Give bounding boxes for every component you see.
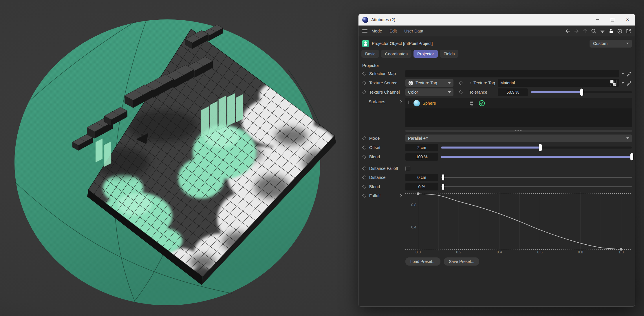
menu-user-data[interactable]: User Data bbox=[404, 29, 423, 33]
chevron-down-icon[interactable] bbox=[622, 82, 624, 84]
expand-chevron-icon[interactable] bbox=[398, 194, 402, 197]
texture-source-dropdown[interactable]: Texture Tag bbox=[405, 79, 453, 87]
curve-point-handle[interactable] bbox=[417, 192, 420, 195]
enabled-check-icon[interactable] bbox=[478, 100, 485, 107]
tab-basic[interactable]: Basic bbox=[361, 50, 379, 58]
surfaces-list[interactable]: Sphere bbox=[405, 98, 632, 127]
distance-falloff-label: Distance Falloff bbox=[369, 166, 398, 171]
distance-slider[interactable] bbox=[441, 174, 632, 181]
blend-field[interactable]: 100 % bbox=[405, 153, 438, 161]
target-icon[interactable] bbox=[617, 28, 623, 34]
tab-bar: Basic Coordinates Projector Fields bbox=[361, 50, 635, 58]
chevron-down-icon bbox=[448, 82, 451, 84]
close-button[interactable]: ✕ bbox=[620, 14, 635, 26]
texture-channel-value: Color bbox=[408, 90, 418, 95]
slider-handle[interactable] bbox=[580, 89, 583, 96]
texture-tag-field[interactable]: Material bbox=[498, 79, 619, 87]
diamond-icon bbox=[362, 90, 366, 94]
menu-mode[interactable]: Mode bbox=[372, 29, 382, 33]
preset-dropdown-value: Custom bbox=[590, 41, 608, 46]
material-thumbnail[interactable] bbox=[610, 80, 616, 86]
tab-fields[interactable]: Fields bbox=[440, 50, 459, 58]
list-item[interactable]: Sphere bbox=[405, 98, 632, 108]
menu-edit[interactable]: Edit bbox=[389, 29, 397, 33]
x-tick-label: 0.8 bbox=[578, 250, 583, 254]
slider-handle[interactable] bbox=[539, 144, 542, 151]
diamond-icon bbox=[362, 155, 366, 159]
expand-chevron-icon[interactable] bbox=[398, 100, 402, 103]
up-arrow-icon[interactable] bbox=[582, 28, 588, 34]
lock-icon[interactable] bbox=[608, 28, 614, 34]
slider-handle[interactable] bbox=[442, 184, 444, 190]
offset-label: Offset bbox=[369, 145, 380, 150]
texture-tag-label: Texture Tag bbox=[473, 81, 495, 85]
x-tick-label: 1.0 bbox=[619, 250, 624, 254]
diamond-icon bbox=[459, 90, 463, 94]
minimize-button[interactable] bbox=[590, 14, 605, 26]
panel-menubar: Mode Edit User Data bbox=[358, 26, 635, 37]
save-preset-button[interactable]: Save Preset... bbox=[444, 257, 479, 266]
falloff-curve-graph[interactable]: 0.00.20.40.60.81.00.80.4 bbox=[405, 192, 632, 255]
texture-channel-label: Texture Channel bbox=[369, 90, 400, 95]
tolerance-slider[interactable] bbox=[531, 88, 632, 96]
selection-map-field[interactable] bbox=[405, 70, 619, 77]
maximize-button[interactable] bbox=[605, 14, 620, 26]
preset-dropdown[interactable]: Custom bbox=[590, 40, 632, 48]
distance-field[interactable]: 0 cm bbox=[405, 174, 438, 181]
eyedropper-icon[interactable] bbox=[626, 71, 632, 77]
y-tick-label: 0.8 bbox=[411, 203, 416, 207]
back-arrow-icon[interactable] bbox=[565, 28, 571, 34]
diamond-icon bbox=[362, 166, 366, 170]
falloff-label: Falloff bbox=[369, 193, 380, 198]
offset-field[interactable]: 2 cm bbox=[405, 144, 438, 151]
window-titlebar[interactable]: Attributes (2) ✕ bbox=[358, 14, 635, 26]
filter-icon[interactable] bbox=[599, 28, 605, 34]
tolerance-field[interactable]: 50.9 % bbox=[498, 88, 528, 96]
diamond-icon bbox=[362, 194, 366, 198]
attributes-body: Projector Object [mtPointProject] Custom… bbox=[358, 37, 635, 306]
tree-elbow-icon bbox=[408, 101, 412, 104]
offset-slider[interactable] bbox=[441, 144, 632, 151]
diamond-icon bbox=[362, 185, 366, 189]
open-new-window-icon[interactable] bbox=[625, 28, 632, 34]
search-icon[interactable] bbox=[591, 28, 597, 34]
expand-chevron-icon[interactable] bbox=[469, 81, 472, 84]
chevron-down-icon bbox=[448, 91, 451, 93]
blend-label: Blend bbox=[369, 155, 380, 159]
blend-distance-slider[interactable] bbox=[441, 183, 632, 190]
distance-label: Distance bbox=[369, 175, 385, 180]
diamond-icon bbox=[362, 72, 366, 76]
hamburger-menu-icon[interactable] bbox=[362, 29, 367, 33]
window-title: Attributes (2) bbox=[371, 17, 395, 22]
distance-falloff-checkbox[interactable] bbox=[405, 166, 410, 171]
eyedropper-icon[interactable] bbox=[626, 80, 632, 86]
mode-dropdown[interactable]: Parallel +Y bbox=[405, 135, 632, 142]
surfaces-label: Surfaces bbox=[369, 99, 385, 104]
forward-arrow-icon[interactable] bbox=[573, 28, 579, 34]
texture-source-label: Texture Source bbox=[369, 81, 398, 85]
tab-coordinates[interactable]: Coordinates bbox=[381, 50, 411, 58]
cinema4d-logo-icon bbox=[362, 17, 368, 23]
blend-slider[interactable] bbox=[441, 153, 632, 161]
chevron-down-icon bbox=[626, 137, 629, 139]
x-tick-label: 0.6 bbox=[537, 250, 543, 254]
sphere-object-icon bbox=[414, 100, 420, 106]
diamond-icon bbox=[362, 81, 366, 85]
hierarchy-icon[interactable] bbox=[469, 100, 474, 106]
tolerance-label: Tolerance bbox=[469, 90, 487, 95]
texture-tag-value: Material bbox=[500, 81, 515, 85]
mode-label: Mode bbox=[369, 136, 380, 141]
attributes-window: Attributes (2) ✕ Mode Edit User Data bbox=[358, 14, 635, 307]
diamond-icon bbox=[459, 81, 463, 85]
projector-object-icon bbox=[362, 40, 369, 47]
selection-map-label: Selection Map bbox=[369, 71, 396, 76]
chevron-down-icon bbox=[626, 43, 629, 44]
tab-projector[interactable]: Projector bbox=[414, 50, 438, 58]
load-preset-button[interactable]: Load Preset... bbox=[405, 257, 440, 266]
blend-distance-field[interactable]: 0 % bbox=[405, 183, 438, 190]
chevron-down-icon[interactable] bbox=[622, 73, 624, 75]
list-resize-handle[interactable] bbox=[405, 130, 632, 132]
texture-channel-dropdown[interactable]: Color bbox=[405, 88, 453, 96]
slider-handle[interactable] bbox=[442, 175, 444, 181]
slider-handle[interactable] bbox=[630, 153, 633, 161]
